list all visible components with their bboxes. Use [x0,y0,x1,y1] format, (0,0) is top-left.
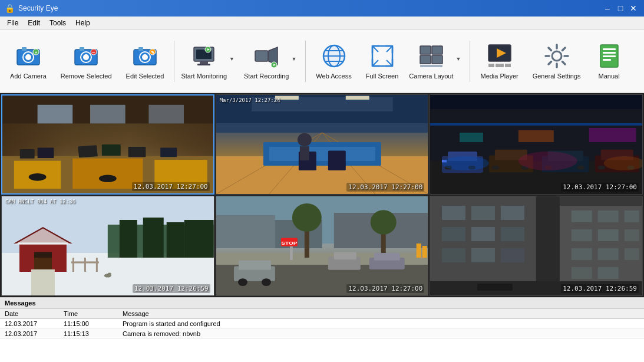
svg-text:✎: ✎ [151,50,155,55]
message-row: 12.03.201711:15:00Program is started and… [0,319,644,329]
svg-rect-61 [603,55,616,57]
svg-rect-172 [501,206,524,220]
add-camera-button[interactable]: + Add Camera [4,35,53,88]
title-bar: 🔒 Security Eye – □ ✕ [0,0,644,17]
svg-rect-142 [84,258,86,272]
svg-rect-173 [442,227,465,241]
svg-rect-141 [72,258,74,272]
message-row: 12.03.201711:15:13Camera is removed: nbv… [0,329,644,339]
svg-rect-193 [477,284,513,291]
svg-rect-113 [577,166,584,169]
general-settings-button[interactable]: General Settings [526,35,587,88]
camera-cell-6[interactable]: 12.03.2017 12:26:59 [430,196,643,296]
full-screen-label: Full Screen [366,73,399,80]
messages-table-element: Date Time Message 12.03.201711:15:00Prog… [0,309,644,339]
svg-rect-41 [420,55,431,64]
monitoring-arrow[interactable]: ▼ [229,56,237,67]
svg-text:+: + [35,50,38,55]
layout-arrow[interactable]: ▼ [456,56,464,67]
menu-file[interactable]: File [2,18,23,28]
full-screen-button[interactable]: Full Screen [359,35,405,88]
menu-bar: File Edit Tools Help [0,17,644,29]
remove-selected-button[interactable]: − Remove Selected [54,35,118,88]
svg-rect-71 [78,145,98,157]
menu-help[interactable]: Help [71,18,95,28]
app-title: Security Eye [18,4,58,12]
camera-cell-4[interactable]: CAM HNCLT 004 AT 12:36 12.03.2017 12:26:… [1,196,214,296]
svg-rect-40 [432,46,442,54]
camera-cell-5[interactable]: STOP 12.03.2017 12:27:00 [216,196,429,296]
svg-point-119 [518,152,577,170]
media-icon [486,42,514,70]
recording-icon [252,42,280,70]
svg-rect-108 [492,166,499,169]
svg-point-49 [552,51,562,61]
manual-label: Manual [599,73,620,80]
svg-line-57 [549,61,551,64]
svg-point-76 [99,175,117,182]
edit-selected-button[interactable]: ✎ Edit Selected [120,35,171,88]
camera-feed-4 [2,196,214,295]
svg-point-118 [442,156,489,170]
svg-point-2 [25,54,31,60]
add-camera-label: Add Camera [10,73,47,80]
camera-6-timestamp: 12.03.2017 12:26:59 [561,284,639,293]
camera-cell-2[interactable]: Mar/3/2017 12:27:24 12.03.2017 12:27:00 [216,94,429,195]
web-access-button[interactable]: Web Access [309,35,358,88]
camera-2-timestamp: 12.03.2017 12:27:00 [346,183,424,192]
svg-rect-60 [603,52,616,54]
camera-2-label: Mar/3/2017 12:27:24 [220,97,280,103]
svg-rect-182 [625,210,639,222]
svg-rect-47 [496,64,504,67]
svg-rect-42 [432,55,442,64]
svg-rect-170 [442,206,465,220]
camera-cell-3[interactable]: 12.03.2017 12:27:00 [430,94,643,195]
svg-rect-180 [572,210,592,222]
svg-rect-185 [625,229,639,241]
media-player-button[interactable]: Media Player [474,35,524,88]
camera-layout-button[interactable]: Camera Layout ▼ [406,35,466,88]
svg-rect-128 [120,220,137,258]
svg-rect-20 [200,61,208,64]
cam1-background [2,96,213,193]
settings-icon [543,42,571,70]
start-recording-button[interactable]: Start Recording ▼ [241,35,302,88]
camera-4-label: CAM HNCLT 004 AT 12:36 [5,199,75,205]
message-date: 12.03.2017 [0,319,59,329]
media-player-label: Media Player [480,73,518,80]
recording-arrow[interactable]: ▼ [291,56,299,67]
svg-rect-78 [90,105,126,124]
start-monitoring-button[interactable]: Start Monitoring ▼ [178,35,240,88]
camera-cell-1[interactable]: 12.03.2017 12:27:00 [1,94,214,195]
svg-text:STOP: STOP [281,241,297,246]
svg-rect-144 [71,261,99,263]
svg-rect-89 [328,150,345,170]
camera-feed-2 [216,95,428,194]
svg-rect-3 [22,47,27,51]
restore-button[interactable]: □ [615,2,626,14]
manual-button[interactable]: Manual [589,35,630,88]
svg-rect-70 [38,148,54,158]
svg-rect-176 [442,248,465,262]
menu-tools[interactable]: Tools [45,18,71,28]
svg-point-161 [238,278,247,286]
menu-edit[interactable]: Edit [23,18,45,28]
svg-rect-69 [20,149,35,159]
svg-line-56 [562,48,565,51]
svg-rect-191 [536,196,560,295]
toolbar: + Add Camera − Remove Selected [0,29,644,93]
messages-table[interactable]: Date Time Message 12.03.201711:15:00Prog… [0,309,644,362]
svg-rect-87 [269,147,375,161]
svg-rect-190 [598,267,619,279]
camera-feed-1 [2,96,213,193]
svg-rect-95 [345,96,369,100]
minimize-button[interactable]: – [602,2,613,14]
svg-rect-166 [416,243,421,258]
close-button[interactable]: ✕ [628,2,639,14]
separator-3 [470,41,470,82]
svg-point-154 [370,210,396,235]
general-settings-label: General Settings [533,73,581,80]
svg-rect-174 [471,227,495,241]
svg-text:−: − [92,49,95,55]
svg-rect-124 [589,128,636,142]
